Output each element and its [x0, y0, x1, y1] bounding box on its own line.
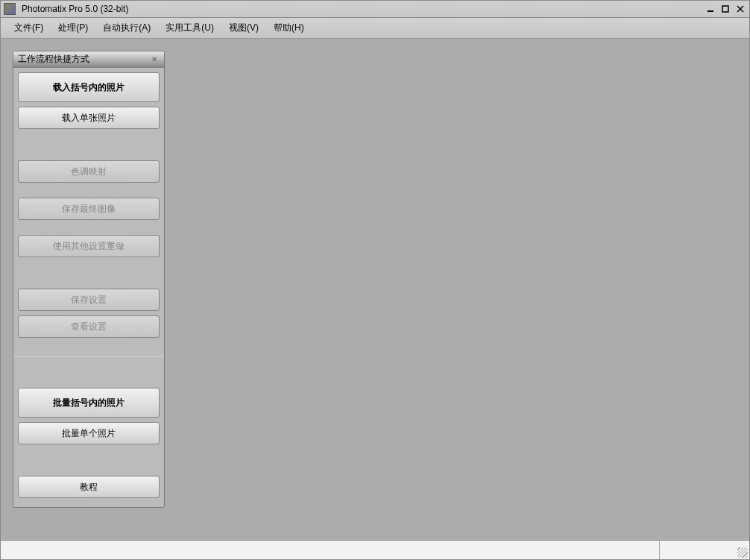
- panel-title-text: 工作流程快捷方式: [18, 53, 149, 66]
- maximize-icon: [722, 5, 729, 13]
- tone-mapping-button: 色调映射: [18, 160, 160, 183]
- close-window-button[interactable]: [734, 4, 746, 14]
- menu-help[interactable]: 帮助(H): [266, 19, 312, 37]
- load-bracketed-button[interactable]: 载入括号内的照片: [18, 72, 160, 102]
- statusbar: [0, 540, 750, 560]
- svg-rect-1: [722, 6, 728, 12]
- window-controls: [705, 4, 746, 14]
- spacer: [18, 342, 160, 353]
- minimize-button[interactable]: [705, 4, 716, 14]
- window-title: Photomatix Pro 5.0 (32-bit): [22, 4, 705, 14]
- resize-grip[interactable]: [737, 547, 748, 558]
- batch-single-button[interactable]: 批量单个照片: [18, 422, 160, 444]
- panel-close-button[interactable]: ✕: [149, 54, 160, 65]
- save-final-button: 保存最终图像: [18, 198, 160, 220]
- menu-utilities[interactable]: 实用工具(U): [158, 19, 221, 37]
- batch-bracketed-button[interactable]: 批量括号内的照片: [18, 388, 160, 418]
- load-single-button[interactable]: 载入单张照片: [18, 107, 160, 129]
- menu-file[interactable]: 文件(F): [7, 19, 51, 37]
- spacer: [18, 224, 160, 235]
- statusbar-left: [1, 541, 660, 559]
- spacer: [18, 361, 160, 388]
- app-icon: [4, 3, 16, 15]
- menu-process[interactable]: 处理(P): [51, 19, 95, 37]
- minimize-icon: [707, 5, 714, 13]
- menu-view[interactable]: 视图(V): [221, 19, 266, 37]
- panel-titlebar[interactable]: 工作流程快捷方式 ✕: [13, 51, 164, 68]
- workflow-shortcuts-panel: 工作流程快捷方式 ✕ 载入括号内的照片 载入单张照片 色调映射 保存最终图像 使…: [13, 51, 165, 508]
- titlebar: Photomatix Pro 5.0 (32-bit): [0, 0, 750, 18]
- statusbar-right: [660, 541, 749, 559]
- panel-body: 载入括号内的照片 载入单张照片 色调映射 保存最终图像 使用其他设置重做 保存设…: [13, 68, 164, 507]
- save-settings-button: 保存设置: [18, 289, 160, 311]
- menu-automate[interactable]: 自动执行(A): [95, 19, 158, 37]
- spacer: [18, 187, 160, 198]
- spacer: [18, 449, 160, 476]
- panel-separator: [13, 356, 164, 357]
- tutorial-button[interactable]: 教程: [18, 476, 160, 498]
- main-client-area: 工作流程快捷方式 ✕ 载入括号内的照片 载入单张照片 色调映射 保存最终图像 使…: [0, 39, 750, 540]
- view-settings-button: 查看设置: [18, 315, 160, 338]
- close-icon: [737, 5, 744, 13]
- spacer: [18, 133, 160, 160]
- maximize-button[interactable]: [719, 4, 731, 14]
- redo-other-settings-button: 使用其他设置重做: [18, 235, 160, 257]
- spacer: [18, 262, 160, 289]
- menubar: 文件(F) 处理(P) 自动执行(A) 实用工具(U) 视图(V) 帮助(H): [0, 18, 750, 39]
